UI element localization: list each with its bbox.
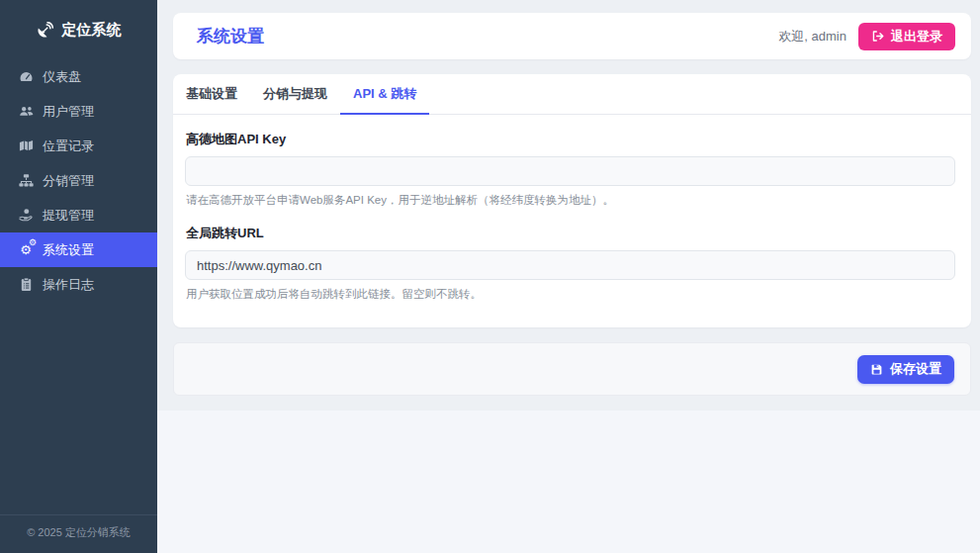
field-amap-api-key: 高德地图API Key 请在高德开放平台申请Web服务API Key，用于逆地址… xyxy=(185,131,955,208)
sidebar-item-settings[interactable]: ⚙⚙ 系统设置 xyxy=(0,232,157,267)
field-global-redirect-url: 全局跳转URL 用户获取位置成功后将自动跳转到此链接。留空则不跳转。 xyxy=(185,225,955,302)
page-title: 系统设置 xyxy=(197,25,264,47)
content-wrap: 系统设置 欢迎, admin 退出登录 xyxy=(157,0,980,411)
global-redirect-url-input[interactable] xyxy=(185,250,955,280)
sidebar: 定位系统 仪表盘 xyxy=(0,0,157,553)
brand-name: 定位系统 xyxy=(62,21,122,40)
sidebar-item-users[interactable]: 用户管理 xyxy=(0,94,157,129)
gears-icon: ⚙⚙ xyxy=(18,243,34,256)
satellite-dish-icon xyxy=(37,22,53,39)
hand-coin-icon xyxy=(18,208,34,223)
main-area: 系统设置 欢迎, admin 退出登录 xyxy=(157,0,980,553)
sidebar-footer: © 2025 定位分销系统 xyxy=(0,514,157,553)
amap-api-key-input[interactable] xyxy=(185,156,955,186)
sidebar-item-label: 系统设置 xyxy=(43,241,94,259)
tab-bar: 基础设置 分销与提现 API & 跳转 xyxy=(173,74,971,115)
logout-button[interactable]: 退出登录 xyxy=(858,23,955,50)
settings-card: 基础设置 分销与提现 API & 跳转 高德地图API Key 请在高德开放平台… xyxy=(173,74,971,327)
users-icon xyxy=(18,104,34,119)
sidebar-item-label: 仪表盘 xyxy=(43,68,81,86)
tab-basic-settings[interactable]: 基础设置 xyxy=(173,74,250,115)
sidebar-item-label: 分销管理 xyxy=(43,172,94,190)
tab-distribution-withdrawal[interactable]: 分销与提现 xyxy=(250,74,340,115)
sidebar-item-label: 位置记录 xyxy=(43,138,94,155)
save-settings-label: 保存设置 xyxy=(890,360,941,378)
map-icon xyxy=(18,138,34,153)
logout-label: 退出登录 xyxy=(891,28,942,46)
sidebar-item-locations[interactable]: 位置记录 xyxy=(0,129,157,163)
tab-api-redirect[interactable]: API & 跳转 xyxy=(340,74,429,115)
sidebar-nav: 仪表盘 用户管理 xyxy=(0,59,157,302)
settings-form: 高德地图API Key 请在高德开放平台申请Web服务API Key，用于逆地址… xyxy=(173,115,971,327)
global-redirect-url-help: 用户获取位置成功后将自动跳转到此链接。留空则不跳转。 xyxy=(186,287,955,302)
clipboard-icon xyxy=(18,277,34,292)
top-header: 系统设置 欢迎, admin 退出登录 xyxy=(173,13,971,59)
sidebar-item-dashboard[interactable]: 仪表盘 xyxy=(0,59,157,94)
sidebar-item-logs[interactable]: 操作日志 xyxy=(0,267,157,302)
amap-api-key-label: 高德地图API Key xyxy=(186,131,955,148)
save-icon xyxy=(870,363,883,376)
global-redirect-url-label: 全局跳转URL xyxy=(186,225,955,242)
header-right: 欢迎, admin 退出登录 xyxy=(778,23,955,50)
form-footer: 保存设置 xyxy=(173,342,971,396)
brand: 定位系统 xyxy=(0,0,157,59)
save-settings-button[interactable]: 保存设置 xyxy=(857,355,954,384)
sidebar-item-withdrawals[interactable]: 提现管理 xyxy=(0,198,157,232)
sitemap-icon xyxy=(18,173,34,188)
sidebar-item-distribution[interactable]: 分销管理 xyxy=(0,163,157,198)
sidebar-item-label: 操作日志 xyxy=(43,276,94,294)
sign-out-icon xyxy=(871,30,884,43)
sidebar-item-label: 用户管理 xyxy=(43,103,94,121)
amap-api-key-help: 请在高德开放平台申请Web服务API Key，用于逆地址解析（将经纬度转换为地址… xyxy=(186,193,955,208)
gauge-icon xyxy=(18,69,34,84)
welcome-text: 欢迎, admin xyxy=(778,28,846,46)
app: 定位系统 仪表盘 xyxy=(0,0,980,553)
sidebar-item-label: 提现管理 xyxy=(43,207,94,225)
